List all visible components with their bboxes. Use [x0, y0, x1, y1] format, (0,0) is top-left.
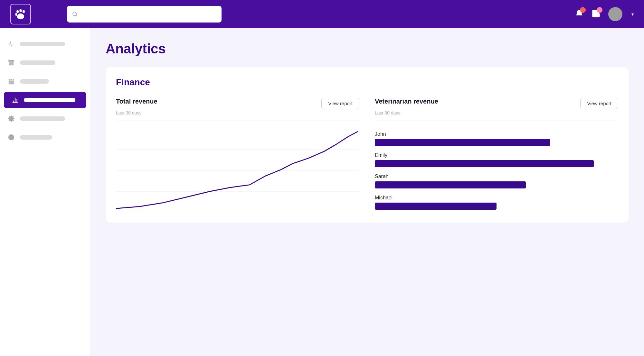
vet-revenue-header: Veterinarian revenue View report — [375, 98, 618, 109]
svg-line-5 — [76, 15, 77, 16]
heart-monitor-icon — [8, 41, 15, 48]
search-input[interactable] — [81, 11, 216, 17]
total-revenue-card: Total revenue View report Last 30 days — [116, 98, 359, 212]
search-icon — [72, 11, 78, 17]
line-chart — [116, 129, 359, 212]
notifications-button[interactable] — [575, 9, 584, 19]
archive-icon — [8, 59, 15, 66]
bar-label: Emily — [375, 152, 618, 158]
bar-item: Emily — [375, 152, 618, 167]
sidebar-label — [20, 42, 65, 46]
sidebar-label — [24, 98, 75, 102]
settings-icon — [8, 115, 15, 122]
main-layout: Analytics Finance Total revenue View rep… — [0, 28, 644, 356]
paw-icon — [15, 8, 26, 20]
bar-fill — [375, 203, 497, 210]
svg-point-4 — [73, 12, 76, 16]
app-header: ▾ — [0, 0, 644, 28]
total-revenue-header: Total revenue View report — [116, 98, 359, 109]
vet-revenue-title: Veterinarian revenue — [375, 98, 438, 105]
sidebar-item-calendar[interactable] — [0, 73, 90, 89]
sidebar-label — [20, 60, 55, 65]
svg-point-3 — [15, 13, 17, 16]
sidebar-item-health[interactable] — [0, 36, 90, 52]
bar-item: Michael — [375, 195, 618, 210]
vet-revenue-subtitle: Last 30 days — [375, 110, 618, 115]
logo[interactable] — [10, 4, 31, 24]
finance-grid: Total revenue View report Last 30 days — [116, 98, 618, 212]
analytics-icon — [12, 96, 19, 104]
avatar[interactable] — [608, 7, 622, 21]
svg-point-2 — [23, 10, 25, 13]
total-revenue-subtitle: Last 30 days — [116, 110, 359, 115]
page-title: Analytics — [106, 41, 629, 57]
messages-badge — [597, 7, 602, 13]
bar-item: Sarah — [375, 174, 618, 188]
total-revenue-divider — [116, 121, 359, 121]
main-content: Analytics Finance Total revenue View rep… — [90, 28, 644, 356]
bar-label: Sarah — [375, 174, 618, 179]
vet-revenue-divider — [375, 121, 618, 121]
header-actions: ▾ — [575, 7, 634, 21]
sidebar-item-help[interactable] — [0, 129, 90, 145]
notifications-badge — [580, 7, 586, 13]
calendar-icon — [8, 78, 15, 85]
total-revenue-view-report[interactable]: View report — [321, 98, 359, 109]
svg-rect-6 — [8, 60, 14, 62]
bar-label: John — [375, 131, 618, 137]
messages-button[interactable] — [592, 9, 601, 19]
sidebar-label — [20, 135, 52, 140]
bar-label: Michael — [375, 195, 618, 201]
bar-track — [375, 160, 618, 167]
search-bar[interactable] — [67, 6, 222, 23]
sidebar-label — [20, 79, 49, 84]
bar-track — [375, 181, 618, 188]
finance-title: Finance — [116, 77, 618, 87]
bar-fill — [375, 160, 594, 167]
finance-section: Finance Total revenue View report Last 3… — [106, 67, 629, 223]
bar-fill — [375, 181, 526, 188]
sidebar-item-archive[interactable] — [0, 55, 90, 71]
total-revenue-title: Total revenue — [116, 98, 157, 105]
vet-revenue-card: Veterinarian revenue View report Last 30… — [375, 98, 618, 212]
bar-track — [375, 139, 618, 146]
vet-bar-chart: JohnEmilySarahMichael — [375, 129, 618, 210]
sidebar-item-settings[interactable] — [0, 111, 90, 127]
help-icon — [8, 134, 15, 141]
line-chart-svg — [116, 129, 359, 212]
sidebar-item-analytics[interactable] — [4, 92, 86, 108]
svg-point-1 — [19, 9, 22, 12]
svg-point-0 — [16, 10, 19, 13]
svg-rect-7 — [9, 79, 14, 84]
bar-fill — [375, 139, 550, 146]
vet-revenue-view-report[interactable]: View report — [580, 98, 618, 109]
bar-item: John — [375, 131, 618, 146]
bar-track — [375, 203, 618, 210]
sidebar-label — [20, 116, 65, 121]
chevron-down-icon[interactable]: ▾ — [631, 12, 634, 17]
sidebar — [0, 28, 90, 356]
